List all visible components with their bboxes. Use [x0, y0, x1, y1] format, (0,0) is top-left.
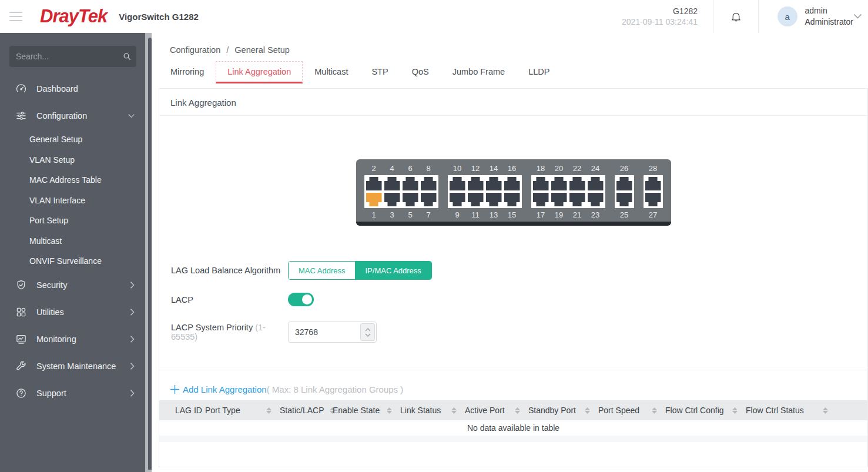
column-flow-ctrl-config[interactable]: Flow Ctrl Config — [665, 400, 746, 420]
column-port-type[interactable]: Port Type — [205, 400, 280, 420]
port-3[interactable] — [384, 193, 400, 206]
sidebar-subitem-vlan-setup[interactable]: VLAN Setup — [0, 150, 145, 170]
port-25[interactable] — [616, 193, 632, 206]
port-5[interactable] — [403, 193, 418, 206]
port-13[interactable] — [486, 193, 502, 206]
breadcrumb-general-setup[interactable]: General Setup — [234, 45, 290, 55]
tab-multicast[interactable]: Multicast — [303, 61, 360, 83]
sidebar-item-security[interactable]: Security — [0, 272, 145, 299]
sidebar-item-support[interactable]: Support — [0, 380, 145, 407]
column-standby-port[interactable]: Standby Port — [528, 400, 598, 420]
ip-mac-address-button[interactable]: IP/MAC Address — [355, 262, 431, 279]
port-block — [531, 175, 605, 208]
lacp-priority-input-wrap — [288, 322, 377, 343]
sort-icon — [817, 407, 828, 414]
sidebar-item-dashboard[interactable]: Dashboard — [0, 75, 145, 102]
sidebar-scrollbar[interactable] — [145, 33, 152, 472]
port-number-3: 3 — [384, 210, 400, 219]
tab-stp[interactable]: STP — [360, 61, 400, 83]
column-active-port[interactable]: Active Port — [465, 400, 528, 420]
port-group: 2625 — [615, 162, 634, 222]
breadcrumb: Configuration / General Setup — [152, 33, 868, 55]
port-17[interactable] — [533, 193, 549, 206]
port-14[interactable] — [486, 177, 502, 190]
port-number-14: 14 — [486, 164, 502, 173]
port-18[interactable] — [533, 177, 549, 190]
sidebar-item-utilities[interactable]: Utilities — [0, 299, 145, 326]
sidebar-item-system-maintenance[interactable]: System Maintenance — [0, 353, 145, 380]
port-15[interactable] — [504, 193, 520, 206]
tab-jumbo-frame[interactable]: Jumbo Frame — [441, 61, 517, 83]
tab-qos[interactable]: QoS — [400, 61, 441, 83]
port-number-row: 18202224 — [531, 162, 605, 175]
sidebar: Dashboard Configuration General Setup VL… — [0, 33, 145, 472]
lacp-toggle[interactable] — [288, 293, 314, 306]
lag-table: LAG ID Port Type Static/LACP Enable Stat… — [159, 400, 867, 442]
port-1[interactable] — [366, 193, 382, 206]
port-6[interactable] — [403, 177, 418, 190]
lag-table-header-row: LAG ID Port Type Static/LACP Enable Stat… — [159, 400, 867, 420]
port-23[interactable] — [588, 193, 604, 206]
port-7[interactable] — [421, 193, 437, 206]
column-link-status[interactable]: Link Status — [400, 400, 465, 420]
port-27[interactable] — [645, 193, 661, 206]
sidebar-item-label: Dashboard — [36, 84, 135, 93]
system-info: G1282 2021-09-11 03:24:41 — [622, 6, 698, 27]
port-20[interactable] — [551, 177, 567, 190]
tab-link-aggregation[interactable]: Link Aggregation — [216, 61, 303, 83]
port-21[interactable] — [569, 193, 585, 206]
sidebar-item-monitoring[interactable]: Monitoring — [0, 326, 145, 353]
column-enable-state[interactable]: Enable State — [333, 400, 400, 420]
port-column — [468, 177, 484, 206]
port-number-row: 26 — [615, 162, 634, 175]
sidebar-subitem-vlan-interface[interactable]: VLAN Interface — [0, 190, 145, 211]
max-groups-hint: ( Max: 8 Link Aggregation Groups ) — [267, 384, 404, 394]
port-8[interactable] — [421, 177, 437, 190]
port-9[interactable] — [450, 193, 465, 206]
column-flow-ctrl-status[interactable]: Flow Ctrl Status — [746, 400, 867, 420]
sidebar-item-configuration[interactable]: Configuration — [0, 102, 145, 129]
column-port-speed[interactable]: Port Speed — [598, 400, 665, 420]
port-number-row: 25 — [615, 208, 634, 222]
port-19[interactable] — [551, 193, 567, 206]
empty-table-message: No data available in table — [159, 420, 867, 436]
sort-icon — [381, 407, 392, 414]
port-22[interactable] — [569, 177, 585, 190]
sidebar-search[interactable] — [9, 46, 136, 67]
breadcrumb-configuration[interactable]: Configuration — [170, 45, 220, 55]
port-2[interactable] — [366, 177, 382, 190]
tab-lldp[interactable]: LLDP — [517, 61, 561, 83]
sidebar-subitem-multicast[interactable]: Multicast — [0, 231, 145, 252]
port-28[interactable] — [645, 177, 661, 190]
column-static-lacp[interactable]: Static/LACP — [280, 400, 333, 420]
sidebar-subitem-port-setup[interactable]: Port Setup — [0, 210, 145, 231]
add-link-aggregation-button[interactable]: Add Link Aggregation — [170, 384, 267, 394]
port-number-row: 17192123 — [531, 208, 605, 222]
port-16[interactable] — [504, 177, 520, 190]
port-number-13: 13 — [486, 210, 502, 219]
chevron-right-icon — [130, 336, 135, 343]
plus-icon — [170, 384, 180, 394]
number-spinner[interactable] — [360, 323, 375, 341]
notifications-button[interactable] — [713, 0, 758, 33]
port-10[interactable] — [450, 177, 465, 190]
port-number-22: 22 — [569, 164, 585, 173]
sidebar-subitem-mac-address-table[interactable]: MAC Address Table — [0, 170, 145, 190]
mac-address-button[interactable]: MAC Address — [289, 262, 355, 279]
hamburger-menu-icon[interactable] — [9, 9, 22, 24]
port-number-5: 5 — [403, 210, 418, 219]
port-11[interactable] — [468, 193, 484, 206]
port-12[interactable] — [468, 177, 484, 190]
port-4[interactable] — [384, 177, 400, 190]
main-content: Configuration / General Setup Mirroring … — [152, 33, 868, 472]
search-input[interactable] — [16, 52, 122, 61]
draytek-logo: DrayTek — [40, 6, 107, 27]
port-number-4: 4 — [384, 164, 400, 173]
user-menu[interactable]: a admin Administrator — [759, 0, 868, 33]
port-26[interactable] — [616, 177, 632, 190]
sidebar-subitem-onvif-surveillance[interactable]: ONVIF Surveillance — [0, 251, 145, 272]
breadcrumb-separator: / — [226, 45, 229, 55]
port-24[interactable] — [588, 177, 604, 190]
sidebar-subitem-general-setup[interactable]: General Setup — [0, 129, 145, 150]
tab-mirroring[interactable]: Mirroring — [159, 61, 216, 83]
